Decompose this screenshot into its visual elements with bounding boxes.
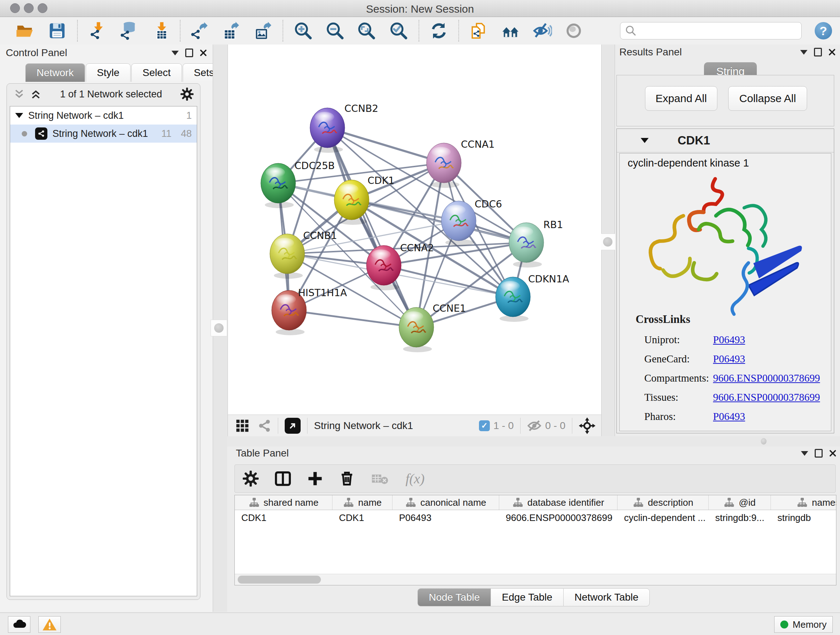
show-all-button[interactable] — [563, 20, 584, 42]
search-input[interactable] — [637, 23, 801, 38]
left-splitter[interactable] — [213, 44, 228, 612]
node-CCNE1[interactable] — [399, 307, 434, 352]
save-session-button[interactable] — [46, 20, 68, 42]
node-CDC25B[interactable] — [261, 163, 295, 208]
refresh-view-button[interactable] — [428, 20, 450, 42]
table-cell[interactable]: 9606.ENSP00000378699 — [499, 512, 617, 524]
export-network-button[interactable] — [188, 20, 210, 42]
float-panel-icon[interactable] — [814, 48, 822, 57]
node-CCNA2[interactable] — [366, 245, 401, 290]
import-network-file-button[interactable] — [87, 20, 109, 42]
table-cell[interactable]: cyclin-dependent ... — [617, 512, 709, 524]
zoom-in-button[interactable] — [292, 20, 314, 42]
horizontal-splitter[interactable] — [227, 436, 840, 447]
tree-expand-icon[interactable] — [15, 113, 23, 118]
pan-crosshair-icon[interactable] — [579, 417, 595, 434]
scrollbar-thumb[interactable] — [238, 576, 321, 584]
clone-network-button[interactable] — [467, 20, 489, 42]
column-header-description[interactable]: description — [617, 495, 709, 510]
add-column-plus-icon[interactable] — [307, 470, 323, 486]
gene-entry-header[interactable]: CDK1 — [617, 129, 834, 152]
collapse-panel-icon[interactable] — [801, 451, 808, 456]
table-cell[interactable]: stringdb — [771, 512, 836, 524]
hidden-eye-slash-icon[interactable] — [527, 418, 542, 433]
string-network-graph[interactable]: CCNB2CCNA1CDC25BCDK1CDC6RB1CCNB1CCNA2CDK… — [228, 44, 601, 415]
table-cell[interactable]: stringdb:9... — [709, 512, 771, 524]
open-session-button[interactable] — [14, 20, 35, 42]
column-header-shared-name[interactable]: shared name — [235, 495, 332, 510]
footer-separator — [307, 418, 308, 434]
zoom-fit-button[interactable] — [355, 20, 377, 42]
column-header--id[interactable]: @id — [709, 495, 771, 510]
close-panel-icon[interactable] — [829, 49, 836, 56]
memory-button[interactable]: Memory — [774, 616, 833, 633]
hide-selected-button[interactable] — [531, 20, 553, 42]
chevrons-double-up-icon[interactable] — [30, 88, 42, 100]
float-panel-icon[interactable] — [815, 449, 823, 458]
cloud-status-button[interactable] — [8, 616, 30, 633]
import-table-button[interactable] — [150, 20, 172, 42]
column-header-database-identifier[interactable]: database identifier — [499, 495, 617, 510]
network-row[interactable]: String Network – cdk1 11 48 — [10, 125, 197, 143]
node-table[interactable]: shared namenamecanonical namedatabase id… — [234, 495, 836, 585]
tab-select[interactable]: Select — [131, 63, 182, 82]
gear-icon[interactable] — [180, 88, 194, 101]
close-panel-icon[interactable] — [200, 49, 207, 57]
grid-view-icon[interactable] — [235, 418, 249, 433]
float-panel-icon[interactable] — [185, 49, 193, 57]
crosslink-link[interactable]: 9606.ENSP00000378699 — [713, 391, 820, 403]
expand-all-button[interactable]: Expand All — [645, 86, 717, 111]
collapse-panel-icon[interactable] — [800, 50, 807, 55]
share-gray-icon[interactable] — [257, 419, 271, 432]
group-nodes-button[interactable] — [500, 20, 521, 42]
birdseye-toggle-button[interactable] — [285, 418, 301, 434]
tab-network-table[interactable]: Network Table — [563, 588, 650, 606]
node-RB1[interactable] — [509, 223, 544, 268]
crosslink-row: Uniprot:P06493 — [620, 330, 831, 349]
network-canvas[interactable]: CCNB2CCNA1CDC25BCDK1CDC6RB1CCNB1CCNA2CDK… — [228, 44, 601, 415]
import-network-database-button[interactable] — [118, 20, 139, 42]
zoom-out-button[interactable] — [324, 20, 346, 42]
tab-network[interactable]: Network — [25, 63, 85, 82]
table-cell[interactable]: P06493 — [393, 512, 499, 524]
crosslink-link[interactable]: P06493 — [713, 410, 745, 423]
table-cell[interactable]: CDK1 — [332, 512, 393, 524]
node-CCNB1[interactable] — [270, 234, 305, 279]
crosslink-link[interactable]: 9606.ENSP00000378699 — [713, 372, 820, 384]
right-splitter-handle[interactable] — [600, 233, 616, 250]
column-header-canonical-name[interactable]: canonical name — [393, 495, 499, 510]
close-panel-icon[interactable] — [829, 450, 836, 457]
delete-column-trash-icon[interactable] — [339, 470, 355, 486]
horizontal-splitter-handle[interactable] — [761, 438, 767, 445]
column-header-namespace[interactable]: namespace — [771, 495, 836, 510]
table-options-gear-icon[interactable] — [243, 470, 259, 486]
table-cell[interactable]: CDK1 — [235, 512, 332, 524]
warning-status-button[interactable] — [38, 616, 61, 633]
network-collection-row[interactable]: String Network – cdk1 1 — [10, 106, 197, 125]
node-CCNA1[interactable] — [426, 143, 461, 188]
delete-table-icon-disabled — [371, 471, 390, 486]
crosslink-link[interactable]: P06493 — [713, 334, 745, 346]
chevrons-double-down-icon[interactable] — [13, 88, 25, 100]
table-row[interactable]: CDK1CDK1P064939606.ENSP00000378699cyclin… — [235, 510, 836, 525]
tab-node-table[interactable]: Node Table — [417, 588, 491, 606]
crosslink-link[interactable]: P06493 — [713, 353, 745, 365]
horizontal-scrollbar[interactable] — [235, 574, 836, 585]
entry-collapse-icon[interactable] — [641, 138, 649, 143]
edge-HIST1H1A-CCNE1[interactable] — [289, 310, 416, 327]
export-table-button[interactable] — [219, 20, 241, 42]
column-header-name[interactable]: name — [332, 495, 393, 510]
selected-nodes-checkbox[interactable]: ✓ — [479, 420, 490, 431]
tab-edge-table[interactable]: Edge Table — [491, 588, 563, 606]
left-splitter-handle[interactable] — [210, 320, 227, 336]
tab-style[interactable]: Style — [86, 63, 131, 82]
show-columns-icon[interactable] — [275, 470, 291, 487]
node-CCNB2[interactable] — [310, 108, 345, 153]
collapse-panel-icon[interactable] — [172, 51, 179, 55]
node-CDKN1A[interactable] — [496, 277, 531, 322]
zoom-selected-button[interactable] — [388, 20, 409, 42]
export-image-button[interactable] — [251, 20, 273, 42]
help-button[interactable]: ? — [815, 22, 832, 40]
collapse-all-button[interactable]: Collapse All — [728, 86, 807, 111]
edge-CCNB2-CCNA1[interactable] — [327, 128, 444, 163]
